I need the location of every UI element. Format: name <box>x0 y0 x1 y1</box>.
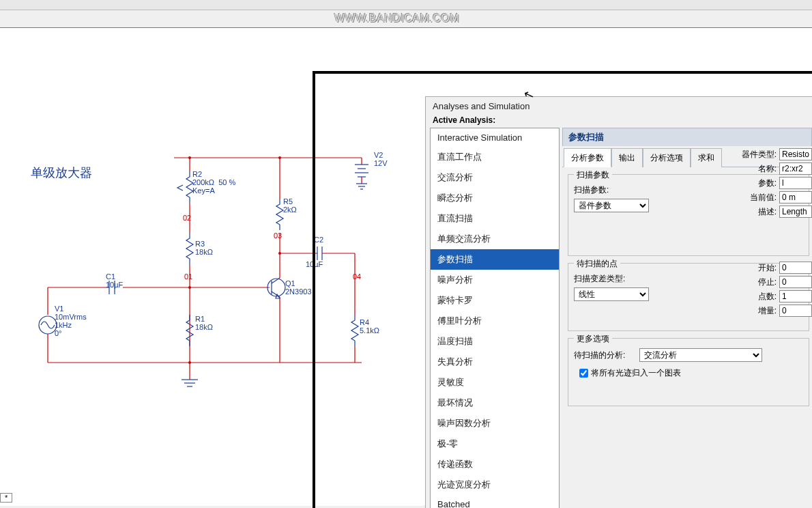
group-more-options: 更多选项 待扫描的分析: 交流分析 将所有光迹归入一个图表 <box>568 338 809 406</box>
inc-v[interactable] <box>779 305 812 317</box>
v1-l1: 10mVrms <box>55 313 87 321</box>
analysis-item[interactable]: 失真分析 <box>431 352 559 372</box>
sweep-param-label: 扫描参数: <box>574 184 622 196</box>
stop-v[interactable] <box>779 276 812 288</box>
v1-name: V1 <box>55 305 87 313</box>
r2-key: Key=A <box>192 186 235 195</box>
prop-cur-l: 当前值: <box>750 192 777 203</box>
analysis-item[interactable]: 光迹宽度分析 <box>431 475 559 495</box>
r5-val: 2kΩ <box>283 206 297 214</box>
r1-name: R1 <box>195 315 213 323</box>
node-03: 03 <box>274 231 282 240</box>
analysis-item[interactable]: 交流分析 <box>431 167 559 188</box>
analysis-item[interactable]: 直流工作点 <box>431 147 559 167</box>
r4-name: R4 <box>360 318 379 326</box>
watermark: WWW.BANDICAM.COM <box>334 12 459 25</box>
sweep-variation-combo[interactable]: 线性 <box>574 287 649 301</box>
q1-model: 2N3903 <box>285 287 312 296</box>
analysis-list[interactable]: Interactive Simulation直流工作点交流分析瞬态分析直流扫描单… <box>430 128 560 508</box>
node-04: 04 <box>353 272 361 281</box>
points-l: 点数: <box>758 291 777 302</box>
c1-val: 10µF <box>106 281 123 289</box>
prop-desc-l: 描述: <box>758 206 777 218</box>
r2-name: R2 <box>192 170 235 178</box>
analysis-item[interactable]: 单频交流分析 <box>431 229 559 249</box>
points-v[interactable] <box>779 290 812 302</box>
svg-point-42 <box>188 286 191 289</box>
group-sweep-points-title: 待扫描的点 <box>574 258 620 270</box>
svg-point-17 <box>267 279 285 296</box>
analysis-item[interactable]: 蒙特卡罗 <box>431 290 559 311</box>
stop-l: 停止: <box>758 277 777 288</box>
sweep-param-combo[interactable]: 器件参数 <box>574 199 649 212</box>
toolbar-stub <box>0 0 812 10</box>
schematic-canvas[interactable]: 单级放大器 .wire{stroke:#c00;stroke-width:1.2… <box>0 28 423 506</box>
prop-param-v[interactable] <box>779 177 812 189</box>
analysis-item[interactable]: Interactive Simulation <box>431 128 559 147</box>
prop-name-v[interactable] <box>779 163 812 175</box>
node-01: 01 <box>184 272 192 281</box>
analysis-item[interactable]: 噪声分析 <box>431 270 559 290</box>
node-02: 02 <box>183 214 191 222</box>
tab-output[interactable]: 输出 <box>611 148 643 167</box>
group-traces-label: 将所有光迹归入一个图表 <box>591 367 681 379</box>
prop-desc-v[interactable] <box>779 206 812 218</box>
svg-point-40 <box>188 156 191 159</box>
analysis-item[interactable]: 参数扫描 <box>431 249 559 270</box>
dialog-title: Analyses and Simulation <box>426 97 812 114</box>
group-more-options-title: 更多选项 <box>574 333 612 345</box>
c2-val: 10µF <box>306 260 323 268</box>
v2-val: 12V <box>374 159 388 167</box>
c1-name: C1 <box>106 272 123 281</box>
analysis-item[interactable]: 极-零 <box>431 434 559 454</box>
start-v[interactable] <box>779 262 812 274</box>
sweep-analysis-combo[interactable]: 交流分析 <box>639 348 762 362</box>
workspace: 单级放大器 .wire{stroke:#c00;stroke-width:1.2… <box>0 27 812 505</box>
v2-name: V2 <box>374 151 388 159</box>
prop-param-l: 参数: <box>758 178 777 189</box>
active-analysis-label: Active Analysis: <box>426 114 812 128</box>
tab-analysis-options[interactable]: 分析选项 <box>643 148 691 167</box>
svg-point-43 <box>188 361 191 364</box>
r5-name: R5 <box>283 197 297 206</box>
analysis-item[interactable]: 最坏情况 <box>431 393 559 413</box>
r2-pct: 50 % <box>218 178 235 186</box>
analysis-item[interactable]: 直流扫描 <box>431 208 559 229</box>
sweep-analysis-label: 待扫描的分析: <box>574 350 635 361</box>
panel-title: 参数扫描 <box>562 128 812 146</box>
schematic-svg: .wire{stroke:#c00;stroke-width:1.2;fill:… <box>0 28 423 506</box>
c2-name: C2 <box>314 236 323 244</box>
sweep-variation-label: 扫描变差类型: <box>574 273 625 285</box>
status-tab[interactable]: * <box>0 493 12 503</box>
inc-l: 增量: <box>758 305 777 317</box>
analysis-item[interactable]: 噪声因数分析 <box>431 413 559 434</box>
tab-analysis-params[interactable]: 分析参数 <box>564 148 611 167</box>
analysis-item[interactable]: 传递函数 <box>431 454 559 475</box>
analysis-item[interactable]: Batched <box>431 495 559 508</box>
prop-comptype-l: 器件类型: <box>742 149 777 160</box>
analysis-item[interactable]: 瞬态分析 <box>431 188 559 208</box>
v1-l2: 1kHz <box>55 321 87 329</box>
r2-val: 200kΩ <box>192 178 214 186</box>
svg-point-44 <box>278 252 281 255</box>
analysis-item[interactable]: 灵敏度 <box>431 372 559 393</box>
analysis-item[interactable]: 温度扫描 <box>431 331 559 352</box>
r4-val: 5.1kΩ <box>360 326 379 335</box>
q1-name: Q1 <box>285 279 312 287</box>
start-l: 开始: <box>758 262 777 274</box>
r1-val: 18kΩ <box>195 323 213 331</box>
svg-point-41 <box>278 156 281 159</box>
analyses-dialog: Analyses and Simulation Active Analysis:… <box>425 96 812 508</box>
group-sweep-params-title: 扫描参数 <box>574 169 612 181</box>
prop-cur-v[interactable] <box>779 191 812 203</box>
tab-sum[interactable]: 求和 <box>691 148 722 167</box>
analysis-item[interactable]: 傅里叶分析 <box>431 311 559 331</box>
r3-val: 18kΩ <box>195 248 213 256</box>
group-traces-checkbox[interactable] <box>579 369 588 378</box>
v1-l3: 0° <box>55 329 87 337</box>
r3-name: R3 <box>195 240 213 248</box>
prop-comptype-v[interactable] <box>779 148 812 160</box>
prop-name-l: 名称: <box>758 163 777 175</box>
